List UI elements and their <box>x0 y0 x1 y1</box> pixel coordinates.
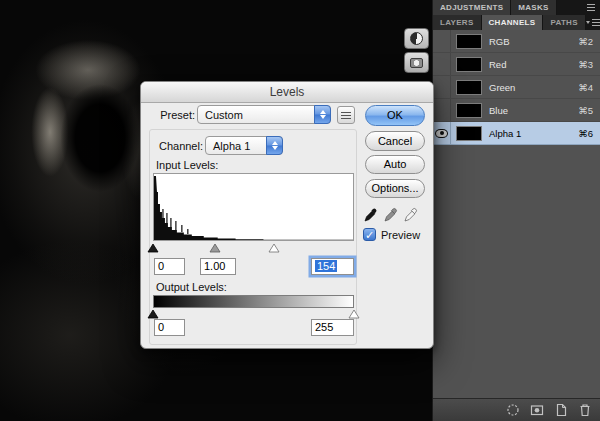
channels-panel: ADJUSTMENTS MASKS LAYERS CHANNELS PATHS … <box>432 0 600 421</box>
channel-name: Red <box>489 59 506 70</box>
panel-dock-strip <box>404 28 431 76</box>
tab-channels[interactable]: CHANNELS <box>482 15 544 30</box>
selected-text: 154 <box>315 260 337 272</box>
channel-list: RGB ⌘2 Red ⌘3 Green ⌘4 Blue ⌘5 Alpha 1 ⌘… <box>433 30 600 145</box>
masks-panel-button[interactable] <box>404 52 429 73</box>
delete-channel-icon[interactable] <box>577 402 593 418</box>
dropdown-arrows-icon <box>314 105 331 124</box>
channel-dropdown[interactable]: Alpha 1 <box>205 136 283 155</box>
channel-shortcut: ⌘2 <box>578 36 600 47</box>
channel-row[interactable]: Green ⌘4 <box>433 76 600 99</box>
preset-value: Custom <box>205 107 243 123</box>
channel-shortcut: ⌘3 <box>578 59 600 70</box>
panel-group-tab-bar: ADJUSTMENTS MASKS <box>433 0 600 15</box>
ok-button[interactable]: OK <box>365 105 425 126</box>
input-black-field[interactable]: 0 <box>154 258 185 275</box>
channel-value: Alpha 1 <box>213 138 250 154</box>
output-black-field[interactable]: 0 <box>154 319 185 336</box>
channels-panel-footer <box>433 398 600 421</box>
load-selection-icon[interactable] <box>505 402 521 418</box>
output-black-slider[interactable] <box>147 309 159 319</box>
output-levels-label: Output Levels: <box>156 281 227 293</box>
histogram <box>153 173 354 241</box>
cancel-button[interactable]: Cancel <box>365 131 425 151</box>
channel-name: Green <box>489 82 515 93</box>
adjustments-panel-button[interactable] <box>404 28 429 49</box>
visibility-toggle[interactable] <box>433 30 451 52</box>
channel-row[interactable]: Blue ⌘5 <box>433 99 600 122</box>
channels-tab-bar: LAYERS CHANNELS PATHS <box>433 15 600 30</box>
channel-thumbnail <box>456 80 482 95</box>
masks-icon <box>410 58 423 68</box>
channel-shortcut: ⌘6 <box>578 128 600 139</box>
adjustments-icon <box>410 32 423 45</box>
visibility-toggle[interactable] <box>433 99 451 121</box>
new-channel-icon[interactable] <box>553 402 569 418</box>
gray-point-eyedropper-icon[interactable] <box>383 206 400 223</box>
channel-thumbnail <box>456 34 482 49</box>
channel-thumbnail <box>456 103 482 118</box>
channel-shortcut: ⌘5 <box>578 105 600 116</box>
input-black-slider[interactable] <box>147 243 159 253</box>
list-icon <box>341 112 351 119</box>
tab-adjustments[interactable]: ADJUSTMENTS <box>433 0 511 15</box>
tab-masks[interactable]: MASKS <box>511 0 556 15</box>
dialog-titlebar[interactable]: Levels <box>141 82 433 103</box>
visibility-toggle[interactable] <box>433 122 451 144</box>
visibility-toggle[interactable] <box>433 53 451 75</box>
channel-thumbnail <box>456 126 482 141</box>
histogram-plot <box>154 174 353 240</box>
channel-shortcut: ⌘4 <box>578 82 600 93</box>
channel-row[interactable]: Red ⌘3 <box>433 53 600 76</box>
tab-paths[interactable]: PATHS <box>543 15 585 30</box>
output-white-slider[interactable] <box>348 309 360 319</box>
visibility-toggle[interactable] <box>433 76 451 98</box>
input-white-field[interactable]: 154 <box>311 258 354 275</box>
channel-name: Blue <box>489 105 508 116</box>
input-gamma-field[interactable]: 1.00 <box>200 258 236 275</box>
input-white-slider[interactable] <box>268 243 280 253</box>
channel-row[interactable]: Alpha 1 ⌘6 <box>433 122 600 145</box>
channel-name: Alpha 1 <box>489 128 521 139</box>
channel-row[interactable]: RGB ⌘2 <box>433 30 600 53</box>
preview-label: Preview <box>381 229 420 241</box>
preview-checkbox[interactable] <box>363 228 376 241</box>
panel-menu-icon[interactable] <box>582 0 600 15</box>
auto-button[interactable]: Auto <box>365 155 425 174</box>
levels-dialog: Levels Preset: Custom Channel: Alpha 1 I… <box>140 81 434 349</box>
output-white-field[interactable]: 255 <box>311 319 354 336</box>
channel-thumbnail <box>456 57 482 72</box>
channel-label: Channel: <box>155 140 203 152</box>
dialog-title: Levels <box>270 85 305 99</box>
dropdown-arrows-icon <box>266 136 283 155</box>
input-gray-slider[interactable] <box>209 243 221 253</box>
save-selection-as-channel-icon[interactable] <box>529 402 545 418</box>
channels-panel-menu-icon[interactable] <box>586 15 600 30</box>
white-point-eyedropper-icon[interactable] <box>403 206 420 223</box>
tab-layers[interactable]: LAYERS <box>433 15 482 30</box>
eye-icon <box>435 129 448 138</box>
input-levels-label: Input Levels: <box>156 159 218 171</box>
preset-label: Preset: <box>151 109 195 121</box>
black-point-eyedropper-icon[interactable] <box>363 206 380 223</box>
preset-options-button[interactable] <box>337 106 355 124</box>
preset-dropdown[interactable]: Custom <box>197 105 331 124</box>
output-gradient-bar <box>153 295 354 308</box>
options-button[interactable]: Options... <box>365 179 425 198</box>
channel-name: RGB <box>489 36 510 47</box>
